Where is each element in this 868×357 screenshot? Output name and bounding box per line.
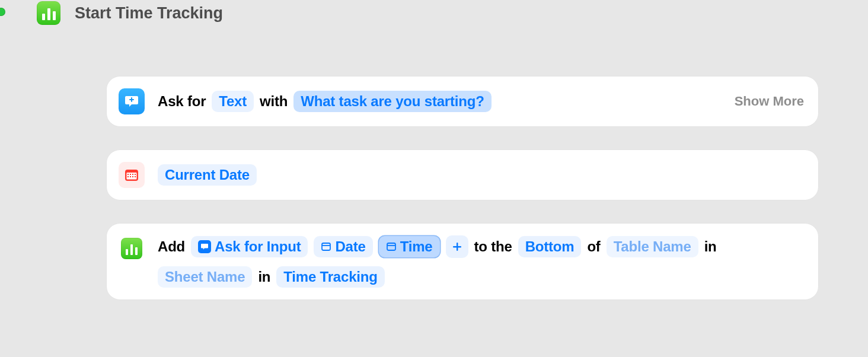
label-in-1: in (704, 238, 717, 255)
svg-rect-10 (132, 176, 133, 177)
token-label: Ask for Input (215, 238, 301, 255)
svg-rect-1 (131, 97, 132, 102)
action-numbers-add-row[interactable]: Add Ask for Input Date (107, 224, 818, 299)
svg-rect-5 (130, 174, 131, 175)
svg-rect-8 (127, 176, 129, 177)
svg-rect-9 (130, 176, 131, 177)
bubble-mini-icon (198, 240, 211, 253)
svg-rect-4 (127, 174, 129, 175)
calendar-mini-icon (321, 241, 331, 252)
shortcut-title: Start Time Tracking (75, 4, 223, 23)
token-prompt[interactable]: What task are you starting? (293, 91, 491, 112)
numbers-app-icon (37, 1, 60, 25)
token-label: Date (335, 238, 365, 255)
svg-rect-7 (135, 174, 136, 175)
label-with: with (260, 93, 288, 110)
plus-icon (451, 241, 463, 253)
calendar-mini-icon (386, 241, 397, 252)
label-ask-for: Ask for (158, 93, 206, 110)
numbers-action-icon (119, 235, 145, 262)
action-ask-for-input[interactable]: Ask for Text with What task are you star… (107, 76, 818, 126)
label-in-2: in (258, 269, 270, 285)
svg-rect-3 (127, 173, 137, 180)
svg-rect-6 (132, 174, 133, 175)
action-current-date[interactable]: Current Date (107, 150, 818, 200)
traffic-light-green[interactable] (0, 8, 5, 16)
token-input-type[interactable]: Text (212, 91, 254, 112)
token-time-variable[interactable]: Time (379, 236, 440, 257)
token-table-name[interactable]: Table Name (607, 236, 698, 257)
svg-rect-17 (453, 246, 461, 247)
shortcut-header: Start Time Tracking (37, 0, 223, 26)
label-of: of (587, 238, 600, 255)
ask-input-icon (119, 88, 145, 114)
label-add: Add (158, 238, 185, 255)
token-ask-for-input-variable[interactable]: Ask for Input (191, 236, 308, 257)
token-document[interactable]: Time Tracking (276, 266, 384, 288)
token-current-date[interactable]: Current Date (158, 164, 257, 186)
label-to-the: to the (474, 238, 512, 255)
token-sheet-name[interactable]: Sheet Name (158, 266, 252, 288)
add-value-button[interactable] (446, 235, 468, 258)
show-more-button[interactable]: Show More (735, 94, 804, 109)
token-date-variable[interactable]: Date (314, 236, 372, 257)
svg-rect-12 (322, 243, 330, 250)
svg-rect-14 (387, 243, 395, 250)
svg-rect-11 (135, 176, 136, 177)
calendar-icon (119, 162, 145, 188)
token-label: Time (400, 238, 433, 255)
token-row-position[interactable]: Bottom (518, 236, 582, 257)
